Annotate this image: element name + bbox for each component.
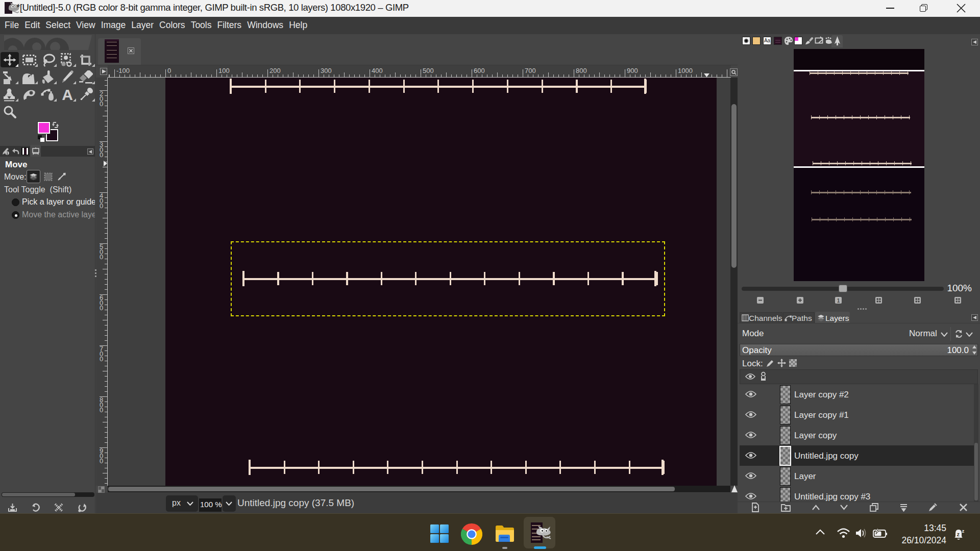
svg-text:A: A — [62, 87, 73, 102]
svg-text:z: z — [962, 529, 965, 534]
svg-text:1: 1 — [837, 298, 840, 304]
svg-text:z: z — [957, 531, 960, 537]
